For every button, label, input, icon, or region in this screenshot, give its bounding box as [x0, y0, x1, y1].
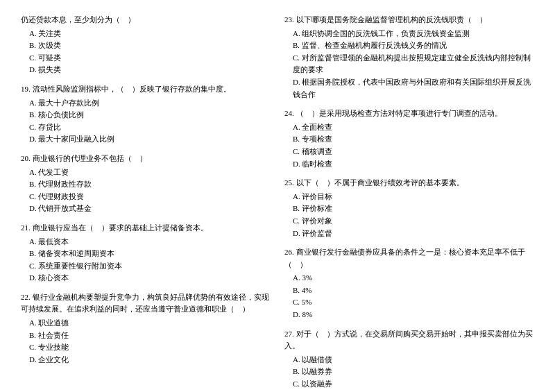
- question-25-text: 以下（ ）不属于商业银行绩效考评的基本要素。: [296, 178, 464, 187]
- question-25-id: 25.: [284, 178, 294, 187]
- option: C. 可疑类: [29, 52, 271, 65]
- question-25: 25. 以下（ ）不属于商业银行绩效考评的基本要素。 A. 评价目标 B. 评价…: [284, 177, 534, 239]
- option: A. 关注类: [29, 28, 271, 40]
- option: B. 社会责任: [29, 330, 271, 342]
- question-23-title: 23. 以下哪项是国务院金融监督管理机构的反洗钱职责（ ）: [284, 14, 534, 26]
- question-19-id: 19.: [21, 85, 31, 93]
- option: D. 评价监督: [293, 228, 534, 240]
- option: B. 评价标准: [293, 203, 534, 215]
- columns: 仍还贷款本息，至少划分为（ ） A. 关注类 B. 次级类 C. 可疑类 D. …: [21, 14, 534, 392]
- question-26-text: 商业银行发行金融债券应具备的条件之一是：核心资本充足率不低于（ ）: [284, 248, 525, 269]
- question-21-options: A. 最低资本 B. 储备资本和逆周期资本 C. 系统重要性银行附加资本 D. …: [29, 236, 271, 284]
- question-24-text: （ ）是采用现场检查方法对特定事项进行专门调查的活动。: [296, 109, 502, 117]
- option: A. 以融借债: [293, 354, 534, 366]
- question-27: 27. 对于（ ）方式说，在交易所间购买交易开始时，其申报买卖部位为买入。 A.…: [284, 328, 534, 392]
- option: A. 3%: [293, 272, 534, 284]
- option: D. 企业文化: [29, 354, 271, 366]
- option: C. 评价对象: [293, 215, 534, 228]
- question-20: 20. 商业银行的代理业务不包括（ ） A. 代发工资 B. 代理财政性存款 C…: [21, 153, 271, 215]
- option: B. 监督、检查金融机构履行反洗钱义务的情况: [293, 40, 534, 52]
- option: B. 核心负债比例: [29, 109, 271, 121]
- question-21-text: 商业银行应当在（ ）要求的基础上计提储备资本。: [33, 223, 208, 232]
- question-26-title: 26. 商业银行发行金融债券应具备的条件之一是：核心资本充足率不低于（ ）: [284, 246, 534, 271]
- question-18-title: 仍还贷款本息，至少划分为（ ）: [21, 14, 271, 26]
- option: B. 专项检查: [293, 133, 534, 146]
- option: B. 4%: [293, 284, 534, 297]
- question-20-text: 商业银行的代理业务不包括（ ）: [33, 154, 147, 162]
- option: C. 系统重要性银行附加资本: [29, 260, 271, 273]
- question-19-text: 流动性风险监测指标中，（ ）反映了银行存款的集中度。: [33, 85, 231, 93]
- question-24: 24. （ ）是采用现场检查方法对特定事项进行专门调查的活动。 A. 全面检查 …: [284, 108, 534, 170]
- option: D. 根据国务院授权，代表中国政府与外国政府和有关国际组织开展反洗钱合作: [293, 76, 534, 101]
- option: C. 5%: [293, 296, 534, 309]
- option: C. 对所监督管理领的金融机构提出按照规定建立健全反洗钱内部控制制度的要求: [293, 52, 534, 76]
- question-25-title: 25. 以下（ ）不属于商业银行绩效考评的基本要素。: [284, 177, 534, 189]
- question-22-title: 22. 银行业金融机构要塑提升竞争力，构筑良好品牌优势的有效途径，实现可持续发展…: [21, 291, 271, 316]
- question-19-options: A. 最大十户存款比例 B. 核心负债比例 C. 存贷比 D. 最大十家同业融入…: [29, 97, 271, 146]
- option: C. 稽核调查: [293, 146, 534, 158]
- question-27-options: A. 以融借债 B. 以融券券 C. 以资融券 D. 以融借债: [293, 354, 534, 392]
- question-27-id: 27.: [284, 330, 294, 338]
- question-23: 23. 以下哪项是国务院金融监督管理机构的反洗钱职责（ ） A. 组织协调全国的…: [284, 14, 534, 101]
- question-18: 仍还贷款本息，至少划分为（ ） A. 关注类 B. 次级类 C. 可疑类 D. …: [21, 14, 271, 76]
- question-26-id: 26.: [284, 248, 294, 256]
- question-19-title: 19. 流动性风险监测指标中，（ ）反映了银行存款的集中度。: [21, 83, 271, 96]
- option: D. 临时检查: [293, 158, 534, 171]
- question-21-id: 21.: [21, 223, 31, 232]
- question-24-options: A. 全面检查 B. 专项检查 C. 稽核调查 D. 临时检查: [293, 121, 534, 170]
- question-23-text: 以下哪项是国务院金融监督管理机构的反洗钱职责（ ）: [296, 15, 487, 24]
- option: B. 以融券券: [293, 366, 534, 378]
- question-21-title: 21. 商业银行应当在（ ）要求的基础上计提储备资本。: [21, 222, 271, 235]
- question-24-id: 24.: [284, 109, 294, 117]
- question-26-options: A. 3% B. 4% C. 5% D. 8%: [293, 272, 534, 321]
- question-22-text: 银行业金融机构要塑提升竞争力，构筑良好品牌优势的有效途径，实现可持续发展。在追求…: [21, 293, 269, 314]
- option: D. 代销开放式基金: [29, 203, 271, 215]
- question-19: 19. 流动性风险监测指标中，（ ）反映了银行存款的集中度。 A. 最大十户存款…: [21, 83, 271, 146]
- option: D. 核心资本: [29, 272, 271, 284]
- question-18-options: A. 关注类 B. 次级类 C. 可疑类 D. 损失类: [29, 28, 271, 76]
- option: D. 8%: [293, 309, 534, 321]
- option: D. 损失类: [29, 64, 271, 76]
- option: C. 存贷比: [29, 121, 271, 134]
- question-25-options: A. 评价目标 B. 评价标准 C. 评价对象 D. 评价监督: [293, 191, 534, 239]
- option: A. 代发工资: [29, 167, 271, 179]
- left-column: 仍还贷款本息，至少划分为（ ） A. 关注类 B. 次级类 C. 可疑类 D. …: [21, 14, 271, 392]
- question-20-options: A. 代发工资 B. 代理财政性存款 C. 代理财政投资 D. 代销开放式基金: [29, 167, 271, 215]
- option: B. 代理财政性存款: [29, 178, 271, 191]
- question-22: 22. 银行业金融机构要塑提升竞争力，构筑良好品牌优势的有效途径，实现可持续发展…: [21, 291, 271, 366]
- option: A. 组织协调全国的反洗钱工作，负责反洗钱资金监测: [293, 28, 534, 40]
- question-23-options: A. 组织协调全国的反洗钱工作，负责反洗钱资金监测 B. 监督、检查金融机构履行…: [293, 28, 534, 101]
- question-20-title: 20. 商业银行的代理业务不包括（ ）: [21, 153, 271, 165]
- option: C. 代理财政投资: [29, 191, 271, 203]
- option: A. 全面检查: [293, 121, 534, 134]
- question-27-text: 对于（ ）方式说，在交易所间购买交易开始时，其申报买卖部位为买入。: [284, 330, 533, 350]
- option: B. 储备资本和逆周期资本: [29, 248, 271, 260]
- question-21: 21. 商业银行应当在（ ）要求的基础上计提储备资本。 A. 最低资本 B. 储…: [21, 222, 271, 284]
- option: D. 最大十家同业融入比例: [29, 133, 271, 146]
- option: B. 次级类: [29, 40, 271, 52]
- question-22-id: 22.: [21, 293, 31, 301]
- right-column: 23. 以下哪项是国务院金融监督管理机构的反洗钱职责（ ） A. 组织协调全国的…: [284, 14, 534, 392]
- question-26: 26. 商业银行发行金融债券应具备的条件之一是：核心资本充足率不低于（ ） A.…: [284, 246, 534, 321]
- option: A. 最低资本: [29, 236, 271, 248]
- question-20-id: 20.: [21, 154, 31, 162]
- question-24-title: 24. （ ）是采用现场检查方法对特定事项进行专门调查的活动。: [284, 108, 534, 120]
- question-22-options: A. 职业道德 B. 社会责任 C. 专业技能 D. 企业文化: [29, 317, 271, 366]
- question-27-title: 27. 对于（ ）方式说，在交易所间购买交易开始时，其申报买卖部位为买入。: [284, 328, 534, 352]
- page-content: 仍还贷款本息，至少划分为（ ） A. 关注类 B. 次级类 C. 可疑类 D. …: [21, 14, 534, 392]
- option: A. 职业道德: [29, 317, 271, 330]
- option: C. 以资融券: [293, 378, 534, 391]
- question-23-id: 23.: [284, 15, 294, 24]
- option: A. 评价目标: [293, 191, 534, 203]
- option: A. 最大十户存款比例: [29, 97, 271, 110]
- option: C. 专业技能: [29, 341, 271, 354]
